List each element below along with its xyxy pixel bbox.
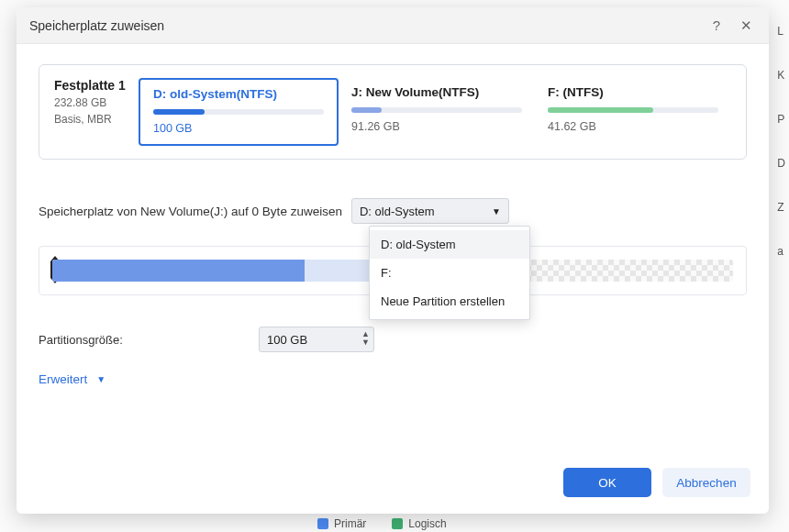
partition-usage-bar	[351, 107, 522, 113]
disk-meta: Festplatte 1 232.88 GB Basis, MBR	[54, 78, 139, 146]
close-icon[interactable]: ✕	[736, 16, 756, 36]
slider-filled	[52, 260, 305, 282]
dialog-footer: OK Abbrechen	[17, 455, 769, 514]
target-partition-select[interactable]: D: old-System ▼	[351, 198, 509, 224]
partition-size: 91.26 GB	[351, 120, 522, 133]
disk-total: 232.88 GB	[54, 96, 133, 109]
assign-sentence-row: Speicherplatz von New Volume(J:) auf 0 B…	[39, 198, 747, 224]
advanced-toggle[interactable]: Erweitert ▼	[39, 372, 747, 386]
legend-swatch-primary	[317, 518, 328, 529]
chevron-down-icon: ▼	[492, 206, 501, 216]
partition-usage-bar	[548, 107, 718, 113]
disk-name: Festplatte 1	[54, 78, 133, 93]
obscured-side-text: L K P D Z a	[777, 9, 785, 273]
cancel-button[interactable]: Abbrechen	[662, 468, 750, 497]
partition-size: 41.62 GB	[548, 120, 718, 133]
dropdown-option[interactable]: F:	[370, 259, 529, 287]
partition-card[interactable]: F: (NTFS)41.62 GB	[535, 78, 731, 146]
partition-size-value: 100 GB	[267, 333, 307, 347]
dialog-title: Speicherplatz zuweisen	[29, 18, 164, 33]
partition-legend: Primär Logisch	[317, 517, 447, 530]
legend-swatch-logical	[392, 518, 403, 529]
assign-sentence: Speicherplatz von New Volume(J:) auf 0 B…	[39, 205, 342, 218]
partition-size-input[interactable]: 100 GB ▲▼	[259, 327, 374, 352]
partition-usage-bar	[153, 109, 324, 115]
target-partition-dropdown: D: old-SystemF:Neue Partition erstellen	[369, 226, 530, 320]
ok-button[interactable]: OK	[563, 468, 651, 497]
partition-label: F: (NTFS)	[548, 85, 718, 99]
help-icon[interactable]: ?	[706, 16, 727, 36]
partition-card[interactable]: J: New Volume(NTFS)91.26 GB	[339, 78, 535, 146]
dropdown-option[interactable]: D: old-System	[370, 230, 529, 259]
size-spinner[interactable]: ▲▼	[361, 330, 370, 347]
allocate-space-dialog: Speicherplatz zuweisen ? ✕ Festplatte 1 …	[17, 7, 769, 514]
partition-size: 100 GB	[153, 122, 324, 135]
partition-size-label: Partitionsgröße:	[39, 333, 222, 347]
partition-label: J: New Volume(NTFS)	[351, 85, 522, 99]
disk-type: Basis, MBR	[54, 113, 133, 126]
dropdown-option[interactable]: Neue Partition erstellen	[370, 287, 529, 316]
partition-card[interactable]: D: old-System(NTFS)100 GB	[139, 78, 339, 146]
chevron-down-icon: ▼	[96, 374, 106, 384]
target-partition-selected: D: old-System	[360, 205, 435, 218]
partition-label: D: old-System(NTFS)	[153, 87, 324, 101]
dialog-titlebar: Speicherplatz zuweisen ? ✕	[17, 7, 769, 44]
disk-overview-card: Festplatte 1 232.88 GB Basis, MBR D: old…	[39, 64, 747, 160]
advanced-label: Erweitert	[39, 372, 87, 386]
